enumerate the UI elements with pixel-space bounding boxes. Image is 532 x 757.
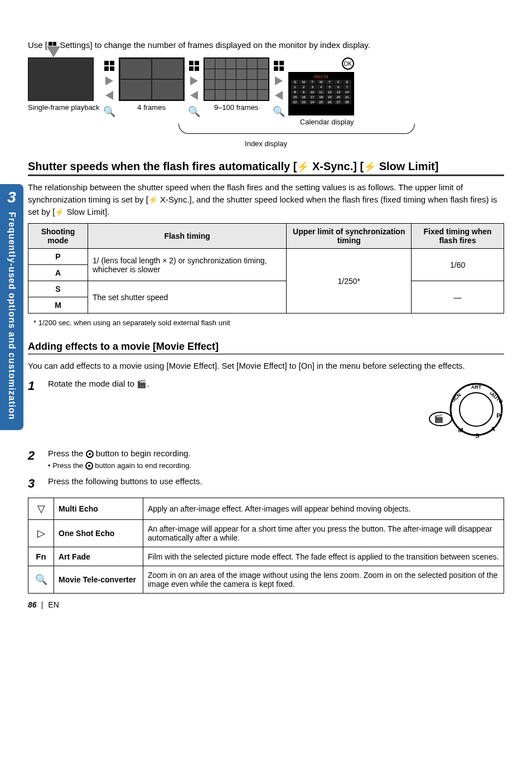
section1-body: The relationship between the shutter spe…: [28, 181, 504, 218]
movie-mode-icon: [137, 379, 147, 388]
cal-month: 2012.10: [291, 75, 351, 79]
arrow-right-icon: [190, 76, 198, 85]
effect-one-shot: One Shot Echo: [54, 520, 143, 547]
step-2-text: Press the button to begin recording. Pre…: [48, 449, 504, 470]
magnify-icon: [28, 566, 54, 594]
upper-limit: 1/250*: [287, 249, 412, 314]
grid-icon: [104, 61, 114, 71]
flash-icon: [364, 160, 376, 172]
arrow-group-1: 🔍: [103, 57, 115, 118]
brace: [28, 124, 504, 138]
magnify-icon: 🔍: [273, 105, 285, 118]
arrow-down-icon: [47, 46, 60, 57]
section-movie-effect: Adding effects to a movie [Movie Effect]: [28, 341, 504, 354]
thumb-4: [119, 57, 185, 101]
col-upper-limit: Upper limit of synchronization timing: [287, 224, 412, 249]
display-mode-diagram: Single-frame playback 🔍 4 frames 🔍 9–100…: [28, 57, 504, 126]
svg-text:P: P: [496, 412, 500, 419]
arrow-left-icon: [105, 91, 113, 100]
mode-a: A: [28, 265, 88, 281]
effect-multi-echo-desc: Apply an after-image effect. After-image…: [143, 498, 504, 520]
step-num-3: 3: [28, 476, 40, 491]
ok-button-icon: OK: [342, 57, 354, 70]
section-shutter-speed: Shutter speeds when the flash fires auto…: [28, 160, 504, 176]
arrow-left-icon: [275, 91, 283, 100]
record-button-icon: [85, 462, 93, 470]
label-many: 9–100 frames: [204, 103, 269, 112]
mode-s: S: [28, 281, 88, 297]
timing-pa: 1/ (lens focal length × 2) or synchroniz…: [88, 249, 286, 281]
col-flash-timing: Flash timing: [88, 224, 286, 249]
chapter-number: 3: [7, 189, 16, 206]
label-4: 4 frames: [119, 103, 185, 112]
svg-text:🎬: 🎬: [434, 414, 444, 423]
chapter-title: Frequently-used options and customizatio…: [7, 212, 17, 420]
step-3-text: Press the following buttons to use effec…: [48, 476, 504, 486]
thumb-calendar: 2012.10 SMTWTFS 1234567 891011121314 151…: [288, 72, 354, 115]
intro-text: Use [ Settings] to change the number of …: [28, 39, 504, 51]
step-1-text: Rotate the mode dial to .: [48, 379, 418, 388]
thumb-many: [204, 57, 269, 101]
step-num-1: 1: [28, 379, 40, 393]
effect-art-fade: Art Fade: [54, 547, 143, 566]
mode-dial-illustration: ART iAUTO SCN 🎬 P A S M: [426, 379, 504, 442]
label-single: Single-frame playback: [28, 103, 100, 112]
arrow-group-2: 🔍: [188, 57, 200, 118]
thumb-single: [28, 57, 94, 101]
effect-teleconverter-desc: Zoom in on an area of the image without …: [143, 566, 504, 594]
steps-list: 1 Rotate the mode dial to . ART iAUTO SC…: [28, 379, 504, 491]
fixed-pa: 1/60: [412, 249, 504, 281]
effects-table: Multi Echo Apply an after-image effect. …: [28, 498, 504, 594]
footnote: * 1/200 sec. when using an separately so…: [33, 318, 504, 329]
fn-icon: Fn: [28, 547, 54, 566]
step-num-2: 2: [28, 449, 40, 463]
section2-body: You can add effects to a movie using [Mo…: [28, 360, 504, 372]
page-number: 86: [28, 600, 37, 609]
grid-icon: [189, 61, 199, 71]
flash-timing-table: Shooting mode Flash timing Upper limit o…: [28, 223, 504, 314]
fixed-sm: —: [412, 281, 504, 314]
effect-multi-echo: Multi Echo: [54, 498, 143, 520]
flash-icon: [55, 207, 64, 216]
svg-text:A: A: [491, 426, 495, 432]
mode-m: M: [28, 297, 88, 314]
svg-text:ART: ART: [471, 384, 482, 390]
col-shooting-mode: Shooting mode: [28, 224, 88, 249]
page-lang: EN: [48, 600, 59, 609]
effect-art-fade-desc: Film with the selected picture mode effe…: [143, 547, 504, 566]
page-footer: 86 EN: [28, 600, 59, 609]
label-calendar: Calendar display: [300, 118, 354, 126]
arrow-group-3: 🔍: [273, 57, 285, 118]
down-triangle-icon: [28, 498, 54, 520]
col-fixed-timing: Fixed timing when flash fires: [412, 224, 504, 249]
arrow-left-icon: [190, 91, 198, 100]
effect-teleconverter: Movie Tele-converter: [54, 566, 143, 594]
svg-text:M: M: [458, 427, 463, 433]
right-triangle-icon: [28, 520, 54, 547]
flash-icon: [148, 195, 158, 204]
arrow-right-icon: [275, 76, 283, 85]
effect-one-shot-desc: An after-image will appear for a short t…: [143, 520, 504, 547]
arrow-right-icon: [105, 76, 113, 85]
magnify-icon: 🔍: [188, 105, 200, 118]
flash-icon: [297, 160, 309, 172]
timing-sm: The set shutter speed: [88, 281, 286, 314]
record-button-icon: [86, 450, 94, 458]
svg-text:SCN: SCN: [451, 392, 462, 403]
grid-icon: [274, 61, 284, 71]
svg-point-1: [460, 393, 493, 426]
svg-text:S: S: [475, 432, 479, 439]
mode-p: P: [28, 249, 88, 265]
index-display-label: Index display: [28, 139, 504, 148]
chapter-tab: 3 Frequently-used options and customizat…: [0, 184, 23, 430]
magnify-icon: 🔍: [103, 105, 115, 118]
step-2-sub: Press the button again to end recording.: [48, 461, 504, 470]
